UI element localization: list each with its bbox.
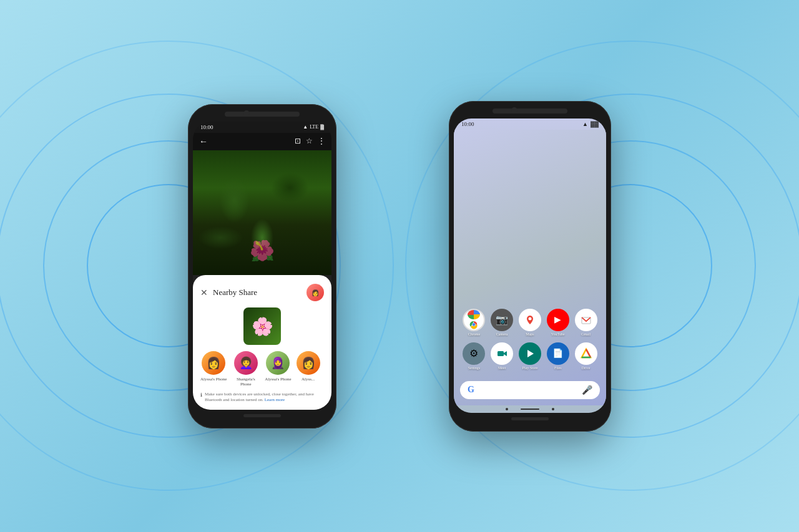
nav-recents[interactable] [552,408,554,410]
phone-camera-right [511,107,517,114]
phone-top-bar-left [225,112,300,117]
device-name-4: Alyss... [301,377,315,382]
close-button[interactable]: ✕ [200,288,208,298]
svg-point-13 [528,317,531,320]
time-left: 10:00 [200,124,213,130]
left-phone: 10:00 ▲ LTE ▓ ← ⊡ ☆ ⋮ [188,104,336,428]
cast-icon[interactable]: ⊡ [295,137,301,146]
drive-label: Drive [582,366,591,370]
gmail-label: Gmail [581,332,591,336]
user-avatar: 👩 [306,284,324,301]
app-bar-actions: ⊡ ☆ ⋮ [295,137,325,146]
list-item[interactable]: 🧕 Alyssa's Phone [265,351,291,387]
list-item[interactable]: Play Store [519,342,541,370]
star-icon[interactable]: ☆ [306,137,313,146]
device-avatar-4: 👩 [297,351,320,375]
list-item[interactable]: ⚙ Settings [463,342,485,370]
phone-top-bar-right [493,109,567,114]
files-label: Files [554,366,562,370]
left-screen: 10:00 ▲ LTE ▓ ← ⊡ ☆ ⋮ [193,122,331,410]
thumbnail-flower: 🌸 [252,316,273,337]
list-item[interactable]: 👩 Alyssa's Phone [200,351,227,387]
nav-home[interactable] [521,409,539,410]
phone-speaker-right [511,417,549,420]
svg-point-14 [579,313,593,327]
list-item[interactable]: 📄 Files [547,342,569,370]
list-item[interactable]: 👩 Alyss... [297,351,320,387]
drive-icon [575,342,597,365]
back-icon[interactable]: ← [199,137,208,147]
list-item[interactable]: Gmail [575,309,597,336]
learn-more-link[interactable]: Learn more [265,397,285,402]
gmail-icon [575,309,597,331]
status-icons-left: ▲ LTE ▓ [303,124,324,130]
camera-icon: 📷 [491,309,513,331]
wifi-icon: ▲ [303,124,308,130]
info-icon: ℹ [200,392,202,399]
signal-icon: LTE [310,124,318,130]
device-name-3: Alyssa's Phone [265,377,291,382]
right-screen: 10:00 ▲ ▓▓ [454,118,606,413]
photo-area: 🌺 [193,150,331,276]
nearby-share-title: Nearby Share [213,288,306,297]
files-icon: 📄 [547,342,569,365]
share-thumbnail: 🌸 [243,307,281,345]
app-row-1: Chrome 📷 Camera [460,309,600,336]
meet-label: Meet [498,366,506,370]
flower-in-photo: 🌺 [250,239,275,263]
meet-icon [491,342,513,365]
nearby-share-sheet: ✕ Nearby Share 👩 🌸 [193,275,331,409]
device-name-1: Alyssa's Phone [200,377,227,382]
nav-back[interactable] [506,408,508,410]
google-mic-icon[interactable]: 🎤 [582,385,592,395]
sheet-header: ✕ Nearby Share 👩 [200,284,324,301]
nav-bar [454,405,606,413]
play-icon [519,342,541,365]
search-bar[interactable]: G 🎤 [460,381,600,399]
svg-point-11 [473,323,476,326]
device-avatar-1: 👩 [202,351,225,375]
nearby-devices: 👩 Alyssa's Phone 👩‍🦱 Shangela's Phone 🧕 … [200,351,324,387]
youtube-label: YouTube [551,332,565,336]
time-right: 10:00 [461,121,474,127]
chrome-icon [463,309,485,331]
phone-camera-left [243,110,250,117]
info-text: ℹ Make sure both devices are unlocked, c… [200,392,324,403]
chrome-label: Chrome [468,332,480,336]
play-label: Play Store [522,366,538,370]
signal-icon-right: ▓▓ [591,121,599,127]
thumbnail-bg: 🌸 [243,307,281,345]
youtube-icon: ▶ [547,309,569,331]
device-avatar-3: 🧕 [266,351,290,375]
app-row-2: ⚙ Settings [460,342,600,370]
scene: 10:00 ▲ LTE ▓ ← ⊡ ☆ ⋮ [0,0,799,532]
list-item[interactable]: Maps [519,309,541,336]
list-item[interactable]: Drive [575,342,597,370]
wifi-icon-right: ▲ [582,121,588,127]
wallpaper: Chrome 📷 Camera [454,130,606,405]
camera-label: Camera [496,332,508,336]
google-g-logo: G [468,385,474,395]
settings-icon: ⚙ [463,342,485,365]
list-item[interactable]: 👩‍🦱 Shangela's Phone [232,351,260,387]
status-bar-right: 10:00 ▲ ▓▓ [454,118,606,130]
right-status-icons: ▲ ▓▓ [582,121,599,127]
info-message: Make sure both devices are unlocked, clo… [205,392,324,403]
phone-speaker-left [243,414,281,417]
maps-label: Maps [526,332,534,336]
battery-icon: ▓ [320,124,324,130]
list-item[interactable]: Meet [491,342,513,370]
right-phone: 10:00 ▲ ▓▓ [449,101,611,432]
app-bar-left: ← ⊡ ☆ ⋮ [193,133,331,150]
list-item[interactable]: 📷 Camera [491,309,513,336]
user-avatar-emoji: 👩 [311,289,319,296]
phones-container: 10:00 ▲ LTE ▓ ← ⊡ ☆ ⋮ [188,101,611,432]
device-name-2: Shangela's Phone [232,377,260,387]
status-bar-left: 10:00 ▲ LTE ▓ [193,122,331,133]
more-icon[interactable]: ⋮ [318,137,325,146]
list-item[interactable]: Chrome [463,309,485,336]
list-item[interactable]: ▶ YouTube [547,309,569,336]
svg-rect-17 [498,351,504,356]
device-avatar-2: 👩‍🦱 [234,351,258,375]
settings-label: Settings [468,366,480,370]
